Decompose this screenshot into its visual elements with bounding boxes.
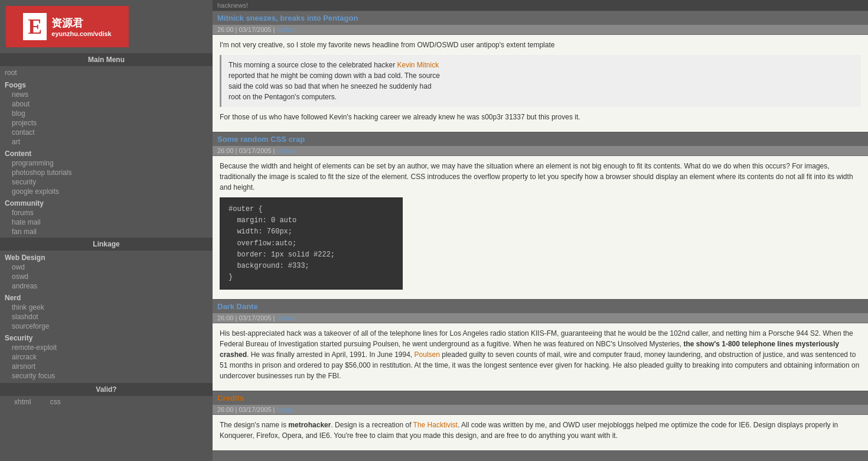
post-mitnick-meta: 26:00 | 03/17/2005 | author: [213, 25, 868, 35]
sidebar-link-forums[interactable]: forums: [0, 208, 213, 217]
post-mitnick-author[interactable]: author: [277, 26, 295, 33]
post-credits-title-bar: Credits: [213, 391, 868, 405]
sidebar-link-google-exploits[interactable]: google exploits: [0, 187, 213, 196]
post-mitnick-title-bar: Mitnick sneezes, breaks into Pentagon: [213, 11, 868, 25]
sidebar-link-hate-mail[interactable]: hate mail: [0, 217, 213, 227]
post-mitnick-title[interactable]: Mitnick sneezes, breaks into Pentagon: [217, 14, 358, 22]
sidebar-link-contact[interactable]: contact: [0, 128, 213, 137]
post-darkdante-text: His best-appreciated hack was a takeover…: [220, 328, 861, 381]
sidebar-link-news[interactable]: news: [0, 90, 213, 99]
bold-phone-text: the show's 1-800 telephone lines mysteri…: [220, 340, 839, 359]
sidebar-link-security-focus[interactable]: security focus: [0, 371, 213, 381]
post-css-meta: 26:00 | 03/17/2005 | author: [213, 146, 868, 156]
sidebar-link-xhtml[interactable]: xhtml: [2, 397, 36, 407]
nerd-section: Nerd think geek slashdot sourceforge: [0, 292, 213, 331]
hacknews-bar: hacknews!: [213, 0, 868, 11]
valid-section-wrapper: Valid? xhtml css: [0, 383, 213, 408]
post-css-time: 26:00 | 03/17/2005 |: [217, 147, 277, 154]
post-darkdante-title[interactable]: Dark Dante: [217, 302, 258, 311]
hacknews-label: hacknews!: [217, 2, 248, 9]
nerd-category: Nerd: [0, 292, 213, 303]
post-darkdante-meta: 26:00 | 03/17/2005 | author: [213, 313, 868, 323]
sidebar-root-link[interactable]: root: [0, 67, 213, 78]
post-credits: Credits 26:00 | 03/17/2005 | foogs The d…: [213, 391, 868, 451]
sidebar-link-slashdot[interactable]: slashdot: [0, 312, 213, 322]
foogs-category: Foogs: [0, 79, 213, 90]
sidebar-link-remote-exploit[interactable]: remote-exploit: [0, 343, 213, 352]
post-mitnick-body: I'm not very creative, so I stole my fav…: [213, 35, 868, 132]
post-darkdante-title-bar: Dark Dante: [213, 300, 868, 313]
post-mitnick-closing: For those of us who have followed Kevin'…: [220, 112, 861, 122]
post-mitnick: Mitnick sneezes, breaks into Pentagon 26…: [213, 11, 868, 132]
sidebar-link-sourceforge[interactable]: sourceforge: [0, 322, 213, 331]
sidebar-link-css[interactable]: css: [38, 397, 66, 407]
sidebar-link-photoshop-tutorials[interactable]: photoshop tutorials: [0, 168, 213, 177]
post-css-title[interactable]: Some random CSS crap: [217, 135, 305, 144]
sidebar-link-art[interactable]: art: [0, 137, 213, 147]
post-css-body: Because the width and height of elements…: [213, 156, 868, 299]
sidebar-link-projects[interactable]: projects: [0, 118, 213, 128]
post-darkdante: Dark Dante 26:00 | 03/17/2005 | author H…: [213, 300, 868, 391]
logo-url: eyunzhu.com/vdisk: [51, 30, 111, 37]
post-credits-title[interactable]: Credits: [217, 394, 244, 402]
valid-header: Valid?: [0, 383, 213, 396]
logo-area: E 资源君 eyunzhu.com/vdisk: [0, 0, 213, 53]
community-category: Community: [0, 197, 213, 208]
post-css-title-bar: Some random CSS crap: [213, 132, 868, 146]
design-name: metrohacker: [288, 421, 331, 429]
community-section: Community forums hate mail fan mail: [0, 197, 213, 236]
post-mitnick-intro: I'm not very creative, so I stole my fav…: [220, 40, 861, 50]
security-category: Security: [0, 332, 213, 343]
post-credits-foogs[interactable]: foogs: [277, 406, 293, 413]
logo-chinese: 资源君: [51, 16, 111, 30]
post-credits-body: The design's name is metrohacker. Design…: [213, 415, 868, 450]
post-css: Some random CSS crap 26:00 | 03/17/2005 …: [213, 132, 868, 300]
post-credits-time: 26:00 | 03/17/2005 |: [217, 406, 277, 413]
foogs-section: Foogs news about blog projects contact a…: [0, 79, 213, 147]
web-design-section: Web Design owd oswd andreas: [0, 252, 213, 291]
sidebar-link-andreas[interactable]: andreas: [0, 281, 213, 291]
sidebar-link-oswd[interactable]: oswd: [0, 272, 213, 281]
post-darkdante-time: 26:00 | 03/17/2005 |: [217, 314, 277, 322]
main-menu-header: Main Menu: [0, 53, 213, 66]
content-section: Content programming photoshop tutorials …: [0, 148, 213, 196]
sidebar-link-security[interactable]: security: [0, 177, 213, 187]
main-menu-section: Main Menu root: [0, 53, 213, 78]
sidebar-link-airsnort[interactable]: airsnort: [0, 362, 213, 371]
sidebar-link-about[interactable]: about: [0, 99, 213, 109]
post-css-text: Because the width and height of elements…: [220, 161, 861, 193]
logo-e-letter: E: [23, 13, 47, 40]
kevin-mitnick-link[interactable]: Kevin Mitnick: [397, 61, 439, 69]
sidebar-link-think-geek[interactable]: think geek: [0, 303, 213, 312]
post-darkdante-author[interactable]: author: [277, 314, 295, 322]
poulsen-link[interactable]: Poulsen: [415, 350, 440, 359]
logo-box[interactable]: E 资源君 eyunzhu.com/vdisk: [6, 6, 129, 47]
hacktivist-link[interactable]: The Hacktivist: [413, 421, 458, 429]
security-section: Security remote-exploit aircrack airsnor…: [0, 332, 213, 381]
post-credits-text: The design's name is metrohacker. Design…: [220, 420, 861, 441]
sidebar-link-programming[interactable]: programming: [0, 158, 213, 168]
linkage-section: Linkage: [0, 238, 213, 251]
post-mitnick-blockquote: This morning a source close to the celeb…: [220, 55, 861, 107]
post-mitnick-time: 26:00 | 03/17/2005 |: [217, 26, 277, 33]
sidebar-link-owd[interactable]: owd: [0, 262, 213, 272]
web-design-category: Web Design: [0, 252, 213, 262]
content-category: Content: [0, 148, 213, 158]
sidebar-link-blog[interactable]: blog: [0, 109, 213, 118]
post-credits-meta: 26:00 | 03/17/2005 | foogs: [213, 405, 868, 415]
sidebar: E 资源君 eyunzhu.com/vdisk Main Menu root F…: [0, 0, 213, 461]
linkage-header: Linkage: [0, 238, 213, 251]
sidebar-link-fan-mail[interactable]: fan mail: [0, 227, 213, 236]
logo-text: 资源君 eyunzhu.com/vdisk: [51, 16, 111, 37]
main-content: hacknews! Mitnick sneezes, breaks into P…: [213, 0, 868, 461]
post-css-author[interactable]: author: [277, 147, 295, 154]
valid-links-row: xhtml css: [0, 396, 213, 408]
post-css-code: #outer { margin: 0 auto width: 760px; ov…: [220, 197, 403, 290]
sidebar-link-aircrack[interactable]: aircrack: [0, 352, 213, 362]
post-darkdante-body: His best-appreciated hack was a takeover…: [213, 323, 868, 391]
